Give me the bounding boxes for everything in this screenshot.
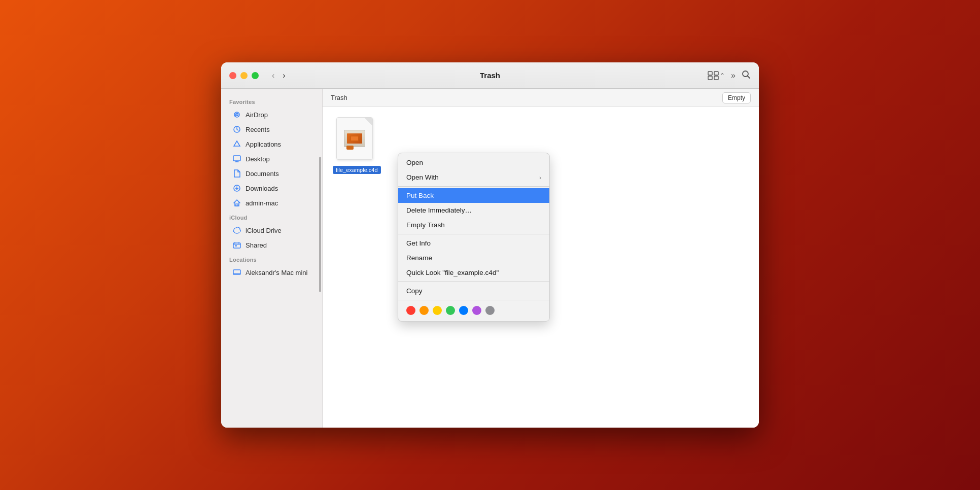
- sidebar-item-mac-mini-label: Aleksandr's Mac mini: [246, 269, 307, 276]
- view-chevron-icon: ⌃: [720, 72, 725, 79]
- main-area: Trash Empty: [323, 89, 759, 428]
- locations-section-label: Locations: [221, 253, 322, 265]
- nav-buttons: ‹ ›: [269, 69, 289, 82]
- svg-rect-2: [708, 76, 712, 80]
- tag-blue[interactable]: [459, 306, 468, 315]
- window-title: Trash: [480, 71, 500, 80]
- context-menu-open[interactable]: Open: [398, 155, 549, 170]
- sidebar-item-recents[interactable]: Recents: [224, 122, 319, 136]
- sidebar-item-icloud-drive[interactable]: iCloud Drive: [224, 223, 319, 237]
- sidebar-item-airdrop[interactable]: AirDrop: [224, 108, 319, 122]
- main-content: Favorites AirDrop: [221, 89, 759, 428]
- tag-orange[interactable]: [419, 306, 429, 315]
- context-menu-put-back[interactable]: Put Back: [398, 188, 549, 203]
- sidebar-item-airdrop-label: AirDrop: [246, 111, 268, 119]
- file-corner: [364, 118, 372, 126]
- tag-yellow[interactable]: [433, 306, 442, 315]
- separator-2: [398, 234, 549, 234]
- tag-red[interactable]: [406, 306, 415, 315]
- file-area: file_example.c4d Open Open With › Put Ba…: [323, 107, 759, 428]
- sidebar-item-admin-mac[interactable]: admin-mac: [224, 196, 319, 210]
- finder-window: ‹ › Trash ⌃ »: [221, 62, 759, 428]
- sidebar-item-downloads[interactable]: Downloads: [224, 181, 319, 195]
- search-icon: [742, 70, 751, 79]
- desktop-icon: [232, 154, 241, 163]
- window-controls: [229, 72, 259, 79]
- svg-rect-0: [708, 72, 712, 75]
- context-menu-quick-look[interactable]: Quick Look "file_example.c4d": [398, 265, 549, 280]
- minimize-button[interactable]: [240, 72, 248, 79]
- sidebar-scrollbar[interactable]: [319, 157, 321, 292]
- back-button[interactable]: ‹: [269, 69, 277, 82]
- file-inner-icon: [344, 130, 365, 147]
- context-menu-get-info[interactable]: Get Info: [398, 236, 549, 251]
- tag-green[interactable]: [446, 306, 455, 315]
- icloud-drive-icon: [232, 226, 241, 235]
- shared-icon: [232, 240, 241, 250]
- file-name-label: file_example.c4d: [333, 166, 381, 174]
- search-button[interactable]: [742, 70, 751, 81]
- separator-1: [398, 186, 549, 187]
- open-with-chevron-icon: ›: [539, 174, 541, 181]
- separator-3: [398, 282, 549, 282]
- view-options-button[interactable]: ⌃: [708, 71, 725, 80]
- location-bar: Trash Empty: [323, 89, 759, 107]
- toolbar-actions: ⌃ »: [708, 70, 751, 81]
- computer-icon: [232, 268, 241, 277]
- forward-button[interactable]: ›: [279, 69, 288, 82]
- context-menu-rename[interactable]: Rename: [398, 251, 549, 265]
- sidebar-item-admin-mac-label: admin-mac: [246, 199, 278, 207]
- svg-line-5: [748, 76, 750, 78]
- sidebar-item-documents-label: Documents: [246, 170, 279, 178]
- file-screen: [347, 133, 362, 144]
- grid-view-icon: [708, 71, 719, 80]
- file-speech-bubble: [346, 146, 354, 150]
- svg-rect-19: [351, 136, 358, 141]
- sidebar: Favorites AirDrop: [221, 89, 323, 428]
- context-menu-delete-immediately[interactable]: Delete Immediately…: [398, 203, 549, 218]
- svg-rect-15: [235, 245, 237, 247]
- sidebar-item-mac-mini[interactable]: Aleksandr's Mac mini: [224, 265, 319, 279]
- file-paper: [336, 117, 373, 160]
- downloads-icon: [232, 184, 241, 193]
- location-label: Trash: [331, 94, 347, 101]
- sidebar-item-recents-label: Recents: [246, 126, 270, 133]
- sidebar-item-desktop-label: Desktop: [246, 155, 270, 163]
- file-item[interactable]: file_example.c4d: [333, 117, 381, 174]
- icloud-section-label: iCloud: [221, 211, 322, 223]
- tag-colors: [398, 302, 549, 319]
- sidebar-item-downloads-label: Downloads: [246, 185, 278, 192]
- sidebar-item-applications[interactable]: Applications: [224, 137, 319, 151]
- context-menu: Open Open With › Put Back Delete Immedia…: [398, 153, 550, 322]
- airdrop-icon: [232, 110, 241, 119]
- svg-rect-3: [714, 76, 718, 80]
- file-icon: [336, 117, 377, 163]
- close-button[interactable]: [229, 72, 236, 79]
- tag-purple[interactable]: [472, 306, 481, 315]
- svg-rect-9: [233, 156, 240, 161]
- sidebar-item-documents[interactable]: Documents: [224, 166, 319, 181]
- context-menu-open-with[interactable]: Open With ›: [398, 170, 549, 185]
- context-menu-empty-trash[interactable]: Empty Trash: [398, 218, 549, 232]
- maximize-button[interactable]: [252, 72, 259, 79]
- sidebar-item-icloud-drive-label: iCloud Drive: [246, 227, 282, 234]
- more-actions-button[interactable]: »: [731, 71, 736, 80]
- svg-rect-16: [233, 270, 240, 274]
- sidebar-item-desktop[interactable]: Desktop: [224, 152, 319, 166]
- sidebar-item-shared-label: Shared: [246, 241, 267, 249]
- home-icon: [232, 198, 241, 207]
- sidebar-item-shared[interactable]: Shared: [224, 238, 319, 252]
- recents-icon: [232, 125, 241, 134]
- context-menu-copy[interactable]: Copy: [398, 284, 549, 298]
- documents-icon: [232, 169, 241, 178]
- svg-rect-1: [714, 72, 718, 75]
- sidebar-item-applications-label: Applications: [246, 141, 281, 148]
- applications-icon: [232, 139, 241, 149]
- favorites-section-label: Favorites: [221, 95, 322, 107]
- empty-trash-button[interactable]: Empty: [722, 92, 751, 103]
- tag-gray[interactable]: [485, 306, 495, 315]
- separator-4: [398, 300, 549, 300]
- title-bar: ‹ › Trash ⌃ »: [221, 62, 759, 89]
